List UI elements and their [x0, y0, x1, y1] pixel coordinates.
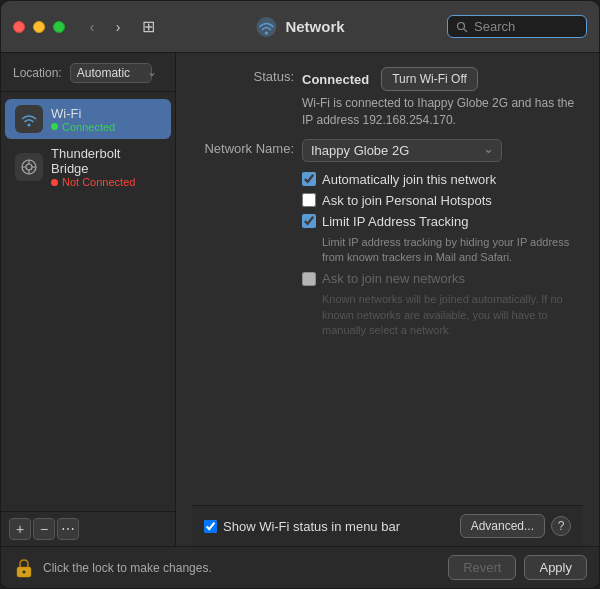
window-title: Network [285, 18, 344, 35]
network-name-row: Network Name: Ihappy Globe 2G [192, 139, 583, 162]
apps-grid-icon[interactable]: ⊞ [137, 16, 159, 38]
sidebar: Location: Automatic [1, 53, 176, 546]
svg-rect-6 [15, 153, 43, 181]
network-name-label: Network Name: [192, 139, 302, 156]
action-network-button[interactable]: ⋯ [57, 518, 79, 540]
thunderbolt-status-dot [51, 179, 58, 186]
network-item-wifi[interactable]: Wi-Fi Connected [5, 99, 171, 139]
bottom-bar: Show Wi-Fi status in menu bar Advanced..… [192, 505, 583, 546]
limit-ip-description: Limit IP address tracking by hiding your… [322, 235, 583, 266]
svg-point-1 [265, 31, 268, 34]
nav-arrows: ‹ › [81, 16, 129, 38]
wifi-name: Wi-Fi [51, 106, 115, 121]
location-select[interactable]: Automatic [70, 63, 152, 83]
remove-network-button[interactable]: − [33, 518, 55, 540]
network-name-select-wrapper: Ihappy Globe 2G [302, 139, 502, 162]
checkbox-auto-join: Automatically join this network [302, 172, 583, 187]
lock-text: Click the lock to make changes. [43, 561, 440, 575]
search-icon [456, 21, 468, 33]
checkbox-limit-ip: Limit IP Address Tracking [302, 214, 583, 229]
help-button[interactable]: ? [551, 516, 571, 536]
location-bar: Location: Automatic [1, 53, 175, 92]
new-networks-label[interactable]: Ask to join new networks [322, 271, 465, 286]
status-content: Connected Turn Wi-Fi Off Wi-Fi is connec… [302, 67, 583, 129]
status-label: Status: [192, 67, 302, 84]
network-item-thunderbolt[interactable]: Thunderbolt Bridge Not Connected [5, 140, 171, 194]
svg-point-2 [458, 22, 465, 29]
svg-point-5 [28, 124, 31, 127]
auto-join-label[interactable]: Automatically join this network [322, 172, 496, 187]
forward-arrow[interactable]: › [107, 16, 129, 38]
auto-join-checkbox[interactable] [302, 172, 316, 186]
lock-icon [13, 557, 35, 579]
advanced-button[interactable]: Advanced... [460, 514, 545, 538]
thunderbolt-name: Thunderbolt Bridge [51, 146, 161, 176]
location-select-wrapper: Automatic [70, 63, 163, 83]
status-description: Wi-Fi is connected to Ihappy Globe 2G an… [302, 95, 583, 129]
checkbox-personal-hotspot: Ask to join Personal Hotspots [302, 193, 583, 208]
svg-line-3 [464, 28, 467, 31]
maximize-button[interactable] [53, 21, 65, 33]
show-wifi-row: Show Wi-Fi status in menu bar [204, 519, 400, 534]
main-content: Location: Automatic [1, 53, 599, 546]
show-wifi-label[interactable]: Show Wi-Fi status in menu bar [223, 519, 400, 534]
sidebar-controls: + − ⋯ [1, 511, 175, 546]
turn-wifi-button[interactable]: Turn Wi-Fi Off [381, 67, 478, 91]
checkboxes-container: Automatically join this network Ask to j… [302, 172, 583, 345]
titlebar: ‹ › ⊞ Network [1, 1, 599, 53]
checkbox-new-networks: Ask to join new networks [302, 271, 583, 286]
personal-hotspot-label[interactable]: Ask to join Personal Hotspots [322, 193, 492, 208]
status-value: Connected [302, 72, 369, 87]
wifi-icon [15, 105, 43, 133]
window: ‹ › ⊞ Network Location: [0, 0, 600, 589]
search-input[interactable] [474, 19, 578, 34]
minimize-button[interactable] [33, 21, 45, 33]
limit-ip-label[interactable]: Limit IP Address Tracking [322, 214, 468, 229]
detail-panel: Status: Connected Turn Wi-Fi Off Wi-Fi i… [176, 53, 599, 546]
wifi-status-dot [51, 123, 58, 130]
thunderbolt-icon [15, 153, 43, 181]
status-row: Status: Connected Turn Wi-Fi Off Wi-Fi i… [192, 67, 583, 129]
thunderbolt-info: Thunderbolt Bridge Not Connected [51, 146, 161, 188]
apply-button[interactable]: Apply [524, 555, 587, 580]
new-networks-description: Known networks will be joined automatica… [322, 292, 583, 338]
thunderbolt-status: Not Connected [51, 176, 161, 188]
footer: Click the lock to make changes. Revert A… [1, 546, 599, 588]
close-button[interactable] [13, 21, 25, 33]
status-value-row: Connected Turn Wi-Fi Off [302, 67, 583, 91]
titlebar-title: Network [255, 16, 344, 38]
svg-point-14 [23, 570, 26, 573]
revert-button[interactable]: Revert [448, 555, 516, 580]
personal-hotspot-checkbox[interactable] [302, 193, 316, 207]
add-network-button[interactable]: + [9, 518, 31, 540]
show-wifi-checkbox[interactable] [204, 520, 217, 533]
network-name-select[interactable]: Ihappy Globe 2G [302, 139, 502, 162]
network-list: Wi-Fi Connected [1, 92, 175, 511]
network-title-icon [255, 16, 277, 38]
new-networks-checkbox[interactable] [302, 272, 316, 286]
limit-ip-checkbox[interactable] [302, 214, 316, 228]
search-box[interactable] [447, 15, 587, 38]
traffic-lights [13, 21, 65, 33]
wifi-status: Connected [51, 121, 115, 133]
location-label: Location: [13, 66, 62, 80]
back-arrow[interactable]: ‹ [81, 16, 103, 38]
wifi-info: Wi-Fi Connected [51, 106, 115, 133]
